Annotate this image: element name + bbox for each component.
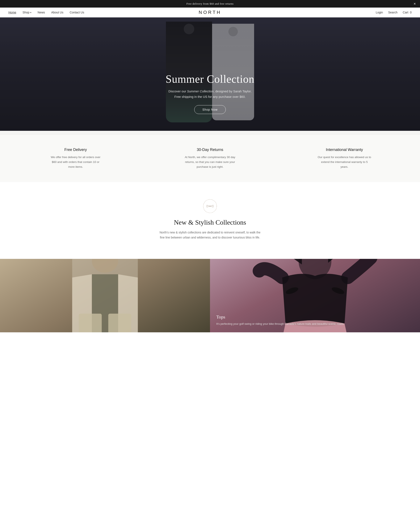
feature-title-returns: 30-Day Returns (147, 148, 273, 152)
hero-section: Summer Collection Discover our Summer Co… (0, 17, 420, 131)
hero-title: Summer Collection (166, 73, 254, 85)
feature-desc-warranty: Our quest for excellence has allowed us … (317, 155, 372, 169)
nav-link-about[interactable]: About Us (51, 11, 63, 14)
feature-title-delivery: Free Delivery (13, 148, 139, 152)
nav-link-contact[interactable]: Contact Us (70, 11, 84, 14)
feature-desc-returns: At North, we offer complimentary 30 day … (183, 155, 237, 169)
nav-search-link[interactable]: Search (388, 11, 398, 14)
nav-login-link[interactable]: Login (376, 11, 383, 14)
nav-right: Login Search Cart 0 (376, 11, 411, 14)
hero-content: Summer Collection Discover our Summer Co… (166, 73, 254, 114)
product-card-left[interactable] (0, 259, 210, 332)
collections-title: New & Stylish Collections (9, 218, 411, 226)
section-divider (0, 131, 420, 135)
svg-rect-8 (108, 314, 131, 332)
navbar: Home Shop ▾ News About Us Contact Us NOR… (0, 8, 420, 17)
nav-link-news[interactable]: News (38, 11, 45, 14)
announcement-close-button[interactable]: × (413, 2, 416, 6)
product-card-right[interactable]: Tops It's perfecting your golf swing or … (210, 259, 420, 332)
svg-point-1 (210, 206, 210, 207)
site-logo[interactable]: NORTH (199, 10, 221, 15)
product-card-overlay: Tops It's perfecting your golf swing or … (210, 308, 420, 332)
nav-link-home[interactable]: Home (9, 11, 16, 14)
collections-section: New & Stylish Collections North's new & … (0, 182, 420, 251)
nav-left: Home Shop ▾ News About Us Contact Us (9, 11, 84, 14)
cart-count: 0 (410, 11, 411, 14)
feature-returns: 30-Day Returns At North, we offer compli… (147, 148, 273, 169)
shop-now-button[interactable]: Shop Now (194, 105, 226, 114)
announcement-bar: Free delivery from $60 and free returns … (0, 0, 420, 8)
announcement-text: Free delivery from $60 and free returns (186, 2, 234, 5)
svg-rect-7 (79, 314, 102, 332)
product-card-tag: Tops (216, 314, 414, 320)
feature-free-delivery: Free Delivery We offer free delivery for… (13, 148, 139, 169)
product-grid: Tops It's perfecting your golf swing or … (0, 259, 420, 332)
feature-warranty: International Warranty Our quest for exc… (281, 148, 407, 169)
nav-link-shop[interactable]: Shop ▾ (22, 11, 31, 14)
hero-subtitle: Discover our Summer Collection, designed… (166, 89, 254, 99)
nav-cart-link[interactable]: Cart 0 (403, 11, 411, 14)
product-card-description: It's perfecting your golf swing or ridin… (216, 322, 414, 326)
feature-title-warranty: International Warranty (281, 148, 407, 152)
features-section: Free Delivery We offer free delivery for… (0, 135, 420, 182)
product-card-left-bg (0, 259, 210, 332)
collections-description: North's new & stylish collections are de… (158, 230, 262, 240)
feature-desc-delivery: We offer free delivery for all orders ov… (48, 155, 103, 169)
chevron-down-icon: ▾ (30, 11, 31, 14)
bow-icon (203, 199, 217, 213)
